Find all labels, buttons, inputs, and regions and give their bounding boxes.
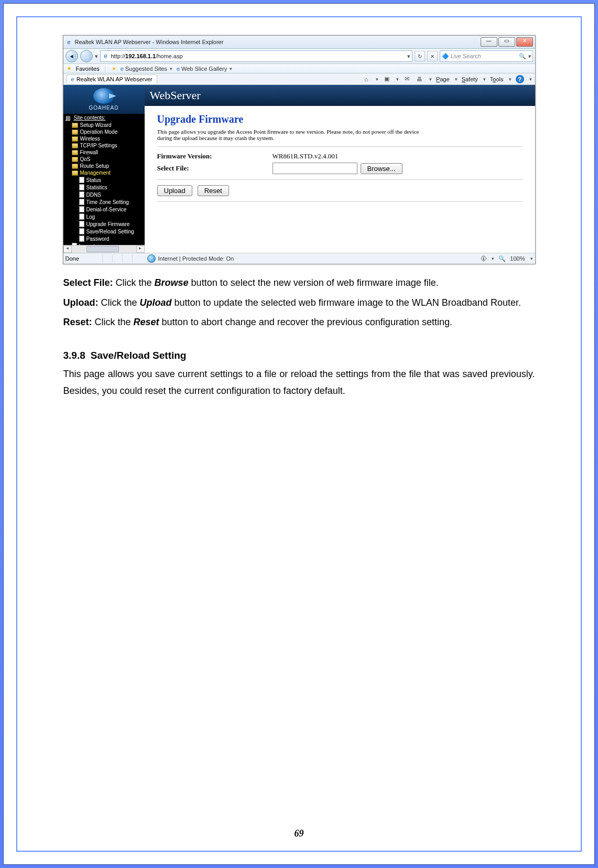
upload-button[interactable]: Upload bbox=[157, 185, 192, 196]
tab-page-icon: e bbox=[71, 76, 74, 82]
tab-current[interactable]: e Realtek WLAN AP Webserver bbox=[67, 74, 157, 83]
search-dropdown-icon[interactable]: ▾ bbox=[528, 53, 531, 60]
tree-label: DDNS bbox=[86, 192, 101, 198]
doc-heading-398: 3.9.8 Save/Reload Setting bbox=[63, 347, 535, 365]
doc-p-save-reload: This page allows you save current settin… bbox=[63, 366, 535, 399]
tree-node[interactable]: DDNS bbox=[63, 191, 145, 198]
status-text: Done bbox=[66, 255, 97, 262]
scroll-thumb[interactable] bbox=[86, 246, 119, 252]
tree-node[interactable]: Upgrade Firmware bbox=[63, 220, 145, 228]
doc-p-upload: Upload: Click the Upload button to updat… bbox=[63, 295, 535, 312]
folder-icon bbox=[72, 130, 78, 135]
tree-label: Time Zone Setting bbox=[86, 199, 129, 205]
rss-icon[interactable]: ▣ bbox=[383, 75, 391, 83]
doc-icon bbox=[79, 228, 84, 234]
stop-button[interactable]: ✕ bbox=[427, 51, 438, 61]
forward-button[interactable] bbox=[80, 50, 93, 62]
tree-node[interactable]: Statistics bbox=[63, 184, 145, 191]
tree-node[interactable]: Route Setup bbox=[63, 163, 145, 169]
screenshot: e Realtek WLAN AP Webserver - Windows In… bbox=[63, 35, 536, 264]
document-body: Select File: Click the Browse button to … bbox=[63, 275, 535, 399]
goahead-logo-icon bbox=[93, 88, 114, 104]
tree-node[interactable]: Password bbox=[63, 235, 145, 242]
close-button[interactable]: ✕ bbox=[516, 37, 533, 47]
address-bar[interactable]: e http://192.168.1.1/home.asp ▾ bbox=[100, 50, 412, 62]
site-contents-header: ▤ Site contents: bbox=[63, 114, 145, 122]
page-number: 69 bbox=[17, 828, 581, 839]
favbar-separator: │ bbox=[104, 66, 107, 72]
select-file-label: Select File: bbox=[157, 164, 273, 173]
tree-label: QoS bbox=[80, 156, 91, 162]
tools-menu[interactable]: ToolsTools bbox=[490, 76, 504, 82]
doc-icon bbox=[79, 199, 84, 205]
web-slice-gallery-link[interactable]: e Web Slice Gallery ▾ bbox=[177, 66, 232, 72]
tree-node[interactable]: Firewall bbox=[63, 149, 145, 156]
divider bbox=[157, 179, 523, 180]
favorites-star-icon[interactable]: ★ bbox=[67, 65, 72, 72]
security-icon[interactable]: 🛈 bbox=[481, 255, 486, 262]
tree-node[interactable]: Time Zone Setting bbox=[63, 198, 145, 206]
page-icon: e bbox=[102, 52, 110, 60]
help-icon[interactable]: ? bbox=[516, 75, 524, 83]
browse-button[interactable]: Browse... bbox=[361, 163, 403, 174]
divider bbox=[157, 201, 523, 202]
minimize-button[interactable]: — bbox=[481, 37, 497, 47]
tree-label: Status bbox=[86, 177, 101, 183]
scroll-right-icon[interactable]: ► bbox=[136, 245, 145, 253]
divider bbox=[157, 146, 523, 147]
tree-label: Denial-of-Service bbox=[86, 207, 127, 212]
main-panel: WebServer Upgrade Firmware This page all… bbox=[145, 85, 535, 253]
zoom-dropdown-icon[interactable]: ▾ bbox=[530, 256, 533, 261]
zoom-value: 100% bbox=[510, 255, 525, 262]
favorites-bar: ★ Favorites │ ★ e Suggested Sites ▾ e We… bbox=[63, 64, 535, 73]
search-provider-icon: 🔷 bbox=[442, 53, 449, 60]
sidebar-logo: GOAHEAD bbox=[63, 85, 145, 114]
goahead-label: GOAHEAD bbox=[63, 105, 145, 111]
tree-node[interactable]: TCP/IP Settings bbox=[63, 142, 145, 149]
tab-label: Realtek WLAN AP Webserver bbox=[77, 76, 153, 82]
tree-node[interactable]: Setup Wizard bbox=[63, 122, 145, 128]
tree-node[interactable]: Save/Reload Setting bbox=[63, 228, 145, 235]
tree-node[interactable]: Status bbox=[63, 176, 145, 184]
history-dropdown-icon[interactable]: ▾ bbox=[95, 53, 98, 60]
nav-bar: ◄ ▾ e http://192.168.1.1/home.asp ▾ ↻ ✕ … bbox=[63, 49, 535, 64]
tree-node[interactable]: Wireless bbox=[63, 135, 145, 142]
book-icon: ▤ bbox=[66, 115, 72, 121]
tree-label: Password bbox=[86, 236, 110, 242]
tree-node[interactable]: QoS bbox=[63, 156, 145, 163]
address-dropdown-icon[interactable]: ▾ bbox=[407, 53, 410, 60]
folder-icon bbox=[72, 157, 78, 162]
firmware-version-label: Firmware Version: bbox=[157, 152, 273, 160]
tree-node-management[interactable]: Management bbox=[63, 169, 145, 176]
tree-label: Management bbox=[80, 170, 111, 176]
back-button[interactable]: ◄ bbox=[66, 50, 78, 62]
favorites-label[interactable]: Favorites bbox=[76, 66, 100, 72]
zoom-icon[interactable]: 🔍 bbox=[498, 255, 506, 262]
folder-icon bbox=[72, 164, 78, 169]
mail-icon[interactable]: ✉ bbox=[403, 75, 411, 83]
tree-node[interactable]: Operation Mode bbox=[63, 128, 145, 135]
search-box[interactable]: 🔷 Live Search 🔍 ▾ bbox=[440, 50, 533, 62]
folder-icon bbox=[72, 143, 78, 148]
search-icon[interactable]: 🔍 bbox=[519, 53, 526, 60]
tree-label: Route Setup bbox=[80, 163, 110, 169]
scroll-left-icon[interactable]: ◄ bbox=[63, 245, 72, 253]
tree-node[interactable]: Denial-of-Service bbox=[63, 206, 145, 213]
doc-icon bbox=[79, 221, 84, 227]
refresh-button[interactable]: ↻ bbox=[415, 51, 425, 61]
print-icon[interactable]: 🖶 bbox=[416, 75, 424, 83]
tree-label: Statistics bbox=[86, 185, 107, 190]
suggested-sites-link[interactable]: e Suggested Sites ▾ bbox=[121, 66, 172, 72]
folder-icon bbox=[72, 150, 78, 155]
page-title: Upgrade Firmware bbox=[157, 113, 523, 125]
page-menu[interactable]: PPageage bbox=[436, 76, 450, 82]
tree-label: Firewall bbox=[80, 149, 98, 155]
maximize-button[interactable]: ▭ bbox=[498, 37, 515, 47]
reset-button[interactable]: Reset bbox=[198, 185, 229, 196]
home-icon[interactable]: ⌂ bbox=[362, 75, 371, 83]
sidebar-scrollbar[interactable]: ◄ ► bbox=[63, 245, 145, 253]
safety-menu[interactable]: SafetySafety bbox=[462, 76, 478, 82]
folder-icon bbox=[72, 170, 78, 176]
file-input[interactable] bbox=[273, 163, 357, 174]
tree-node[interactable]: Log bbox=[63, 213, 145, 220]
